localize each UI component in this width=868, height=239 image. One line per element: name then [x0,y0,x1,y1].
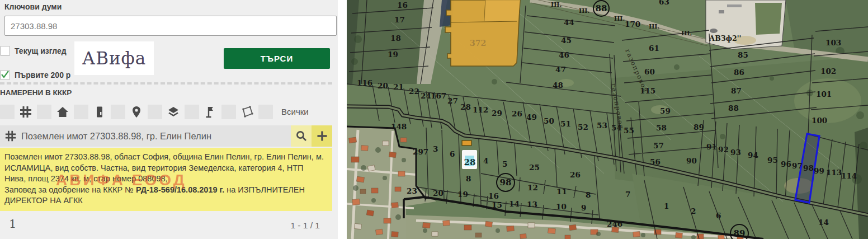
svg-text:85: 85 [738,50,748,59]
svg-text:25: 25 [529,163,540,172]
svg-text:III.: III. [614,15,625,22]
zoom-to-result-button[interactable] [291,125,312,147]
svg-text:20: 20 [433,189,444,198]
filter-all-label[interactable]: Всички [281,107,309,116]
svg-text:87: 87 [731,86,742,95]
filter-checkbox[interactable] [185,105,199,119]
svg-text:53: 53 [597,121,607,130]
svg-text:III.: III. [579,7,589,15]
add-result-button[interactable] [312,125,332,147]
building-icon[interactable] [92,105,107,119]
first200-label: Първите 200 р [15,71,70,79]
svg-text:116: 116 [357,78,372,87]
svg-text:48: 48 [553,81,563,90]
svg-text:6: 6 [450,149,455,158]
svg-text:24: 24 [421,91,431,100]
svg-text:93: 93 [730,148,741,157]
svg-text:9: 9 [581,203,586,212]
svg-text:13: 13 [527,200,537,209]
building-372 [445,0,520,66]
svg-text:19: 19 [457,190,468,199]
filter-checkbox[interactable] [258,105,273,119]
svg-text:57: 57 [653,141,664,150]
svg-text:45: 45 [561,36,572,45]
svg-text:III.: III. [681,30,692,37]
polygon-icon[interactable] [240,105,254,119]
svg-text:28: 28 [460,102,471,111]
svg-text:14: 14 [818,218,829,227]
collapse-panel-arrow[interactable] [342,153,347,160]
plus-icon [315,129,329,143]
pin-icon[interactable] [129,105,144,119]
svg-text:III.: III. [551,1,562,8]
svg-text:59: 59 [660,106,671,115]
filter-checkbox[interactable] [37,105,51,119]
keywords-input[interactable] [4,16,337,36]
svg-text:102: 102 [820,67,836,76]
svg-text:114: 114 [841,171,857,180]
svg-text:АВЗф2'': АВЗф2'' [709,34,741,43]
svg-text:372: 372 [470,39,486,48]
svg-text:92: 92 [718,145,729,154]
svg-text:49: 49 [526,113,537,121]
cadastral-map[interactable]: 1617181911620212224167272811229264950515… [347,0,868,239]
svg-text:89: 89 [694,123,704,132]
pagination-page[interactable]: 1 [9,217,16,231]
svg-text:58: 58 [656,123,667,132]
svg-text:63: 63 [659,0,669,6]
svg-text:98: 98 [500,177,512,188]
svg-text:17: 17 [394,15,405,24]
svg-text:46: 46 [559,50,569,59]
svg-text:88: 88 [596,3,607,13]
svg-text:12: 12 [527,183,538,192]
svg-text:3: 3 [433,144,438,153]
svg-text:44: 44 [564,18,574,27]
filter-checkbox[interactable] [221,105,236,119]
svg-text:19: 19 [388,50,398,59]
svg-text:8: 8 [466,174,471,183]
dashed-divider [0,82,332,85]
svg-text:51: 51 [560,119,571,128]
svg-text:47: 47 [555,65,566,74]
filter-checkbox[interactable] [74,105,88,119]
first200-checkbox[interactable] [0,70,10,80]
svg-text:89: 89 [734,228,746,238]
svg-text:III.: III. [649,23,659,30]
svg-text:170: 170 [625,20,640,29]
found-header: НАМЕРЕНИ В КККР [0,88,72,97]
current-view-checkbox[interactable] [0,46,10,56]
grid-icon[interactable] [18,105,33,119]
svg-text:26: 26 [512,109,522,118]
search-button[interactable]: ТЪРСИ [224,48,330,69]
layers-icon[interactable] [166,105,181,119]
grid-icon [4,130,17,142]
svg-text:6: 6 [716,211,721,220]
svg-text:60: 60 [644,67,655,76]
svg-text:2: 2 [691,207,696,215]
filter-checkbox[interactable] [0,105,15,119]
current-view-label: Текущ изглед [15,46,67,55]
svg-text:50: 50 [544,116,554,125]
svg-text:52: 52 [578,123,588,132]
svg-text:15: 15 [492,200,502,209]
home-icon[interactable] [55,105,70,119]
keywords-label: Ключови думи [4,2,62,11]
filter-checkbox[interactable] [111,105,125,119]
flag-icon[interactable] [203,105,218,119]
svg-text:29: 29 [492,109,502,118]
expand-panel-arrow[interactable] [342,166,347,172]
svg-text:101: 101 [816,90,832,99]
search-panel: Ключови думи Текущ изглед Първите 200 р … [0,0,338,239]
checkmark-icon [0,69,10,79]
svg-text:99: 99 [814,166,824,175]
result-row[interactable]: Поземлен имот 27303.88.98, гр. Елин Пели… [0,125,332,147]
svg-text:28: 28 [464,157,476,167]
svg-text:91: 91 [706,142,717,151]
cadastre-app: Ключови думи Текущ изглед Първите 200 р … [0,0,868,239]
svg-text:7: 7 [625,190,630,199]
svg-text:100: 100 [812,116,827,125]
svg-text:26: 26 [570,170,581,179]
filter-checkbox[interactable] [148,105,162,119]
svg-text:246: 246 [607,219,622,228]
svg-text:97: 97 [792,161,803,170]
